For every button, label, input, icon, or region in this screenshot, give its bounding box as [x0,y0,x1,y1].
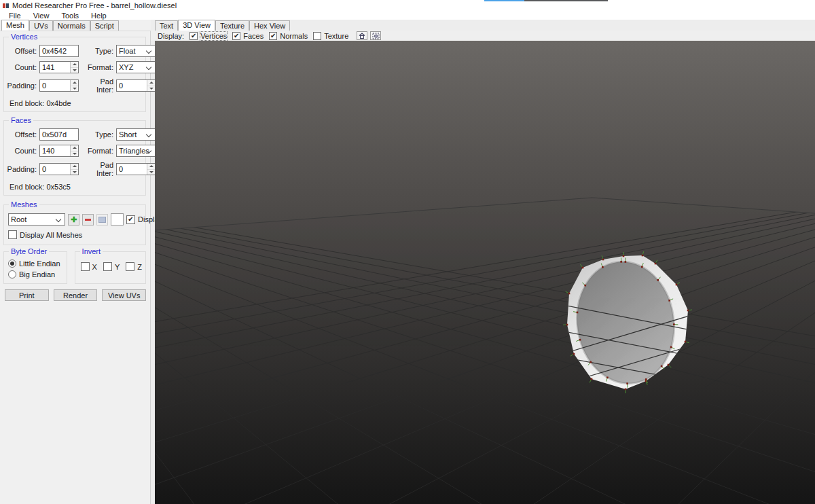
window-title: Model Researcher Pro Free - barrel_hollo… [12,1,177,10]
stepper-arrows[interactable] [70,62,78,73]
view-uvs-button[interactable]: View UVs [102,289,146,301]
titlebar: Model Researcher Pro Free - barrel_hollo… [0,0,815,11]
left-tab-group: Mesh UVs Normals Script [0,20,151,31]
faces-count-stepper[interactable]: 140 [39,145,79,157]
display-faces-label: Faces [243,32,264,40]
stepper-arrows[interactable] [70,145,78,156]
invert-x-label: X [92,263,97,271]
viewport-3d[interactable] [151,41,815,504]
tab-3d-view[interactable]: 3D View [178,20,215,31]
action-button-row: Print Render View UVs [5,289,146,301]
add-mesh-button[interactable]: ✚ [68,214,79,226]
vertices-end-block: End block: 0x4bde [7,98,156,107]
mesh-name-input[interactable] [111,213,124,226]
faces-format-label: Format: [82,147,113,155]
display-texture-label: Texture [324,32,348,40]
big-endian-label: Big Endian [19,270,55,278]
menu-file[interactable]: File [3,12,26,20]
vertices-format-select[interactable]: XYZ [116,61,156,73]
vertices-type-label: Type: [82,47,113,55]
menu-view[interactable]: View [28,12,55,20]
tab-script[interactable]: Script [90,20,119,31]
little-endian-radio[interactable]: Little Endian [8,259,63,268]
display-label: Display: [158,32,184,40]
display-faces-checkbox[interactable]: Faces [232,32,264,40]
render-button[interactable]: Render [54,289,98,301]
faces-end-block: End block: 0x53c5 [7,181,156,191]
tab-hex-view[interactable]: Hex View [249,20,290,31]
menubar: File View Tools Help [0,11,815,20]
viewport-canvas[interactable] [155,41,815,504]
vertices-pad-inter-stepper[interactable]: 0 [116,79,156,92]
faces-offset-input[interactable]: 0x507d [39,128,79,141]
tab-row: Mesh UVs Normals Script Text 3D View Tex… [0,20,815,31]
faces-padding-label: Padding: [7,165,37,173]
display-vertices-label: Vertices [200,32,227,40]
vertices-pad-inter-label: Pad Inter: [82,77,113,94]
faces-group: Faces Offset: 0x507d Type: Short Count: … [3,120,146,196]
display-all-meshes-checkbox[interactable]: Display All Meshes [8,230,82,239]
display-options-bar: Display: Vertices Faces Normals Texture [151,31,815,41]
faces-pad-inter-label: Pad Inter: [82,161,113,177]
vertices-padding-label: Padding: [7,82,37,90]
display-normals-label: Normals [280,32,308,40]
faces-type-label: Type: [82,130,113,139]
display-vertices-checkbox[interactable]: Vertices [189,32,227,40]
checkbox-box [232,32,240,40]
vertices-offset-input[interactable]: 0x4542 [39,45,79,57]
display-normals-checkbox[interactable]: Normals [269,32,308,40]
faces-padding-stepper[interactable]: 0 [39,163,79,175]
strip-blue-segment [484,0,524,1]
faces-count-label: Count: [7,147,37,155]
stepper-arrows[interactable] [70,80,78,91]
checkbox-box [269,32,277,40]
app-icon [3,3,9,8]
little-endian-label: Little Endian [19,259,60,268]
invert-y-checkbox[interactable]: Y [103,262,120,271]
reset-view-button[interactable] [357,31,367,40]
invert-y-label: Y [115,263,120,271]
checkbox-box [126,262,134,271]
radio-circle [8,259,16,268]
invert-z-label: Z [137,263,142,271]
invert-z-checkbox[interactable]: Z [126,262,142,271]
byte-order-group: Byte Order Little Endian Big Endian [3,251,67,284]
checkbox-box [126,215,135,224]
checkbox-box [8,230,17,239]
vertices-type-select[interactable]: Float [116,45,156,57]
rename-mesh-button[interactable] [96,214,108,226]
invert-title: Invert [80,247,103,255]
mesh-settings-panel: Vertices Offset: 0x4542 Type: Float Coun… [0,31,151,504]
home-icon [359,33,365,39]
right-tab-group: Text 3D View Texture Hex View [151,20,815,31]
tab-uvs[interactable]: UVs [29,20,53,31]
tab-normals[interactable]: Normals [53,20,90,31]
vertices-format-label: Format: [82,63,113,71]
menu-tools[interactable]: Tools [56,12,84,20]
remove-mesh-button[interactable] [82,214,94,226]
print-button[interactable]: Print [5,289,49,301]
tab-texture[interactable]: Texture [215,20,249,31]
checkbox-box [81,262,90,271]
checkbox-box [103,262,112,271]
faces-type-select[interactable]: Short [116,128,156,141]
checkbox-box [313,32,321,40]
vertices-offset-label: Offset: [7,47,37,55]
faces-offset-label: Offset: [7,130,37,139]
meshes-group: Meshes Root ✚ Display Display All Meshes [3,204,146,245]
faces-pad-inter-stepper[interactable]: 0 [116,163,156,175]
menu-help[interactable]: Help [86,12,112,20]
big-endian-radio[interactable]: Big Endian [8,270,63,278]
tab-text[interactable]: Text [155,20,178,31]
invert-x-checkbox[interactable]: X [81,262,97,271]
checkbox-box [189,32,198,40]
vertices-padding-stepper[interactable]: 0 [39,79,79,92]
mesh-select[interactable]: Root [8,213,65,226]
faces-format-select[interactable]: Triangles [116,145,156,157]
vertices-count-stepper[interactable]: 141 [39,61,79,73]
fit-view-button[interactable] [370,31,381,40]
display-texture-checkbox[interactable]: Texture [313,32,348,40]
vertices-group-title: Vertices [9,33,39,41]
stepper-arrows[interactable] [70,164,78,175]
tab-mesh[interactable]: Mesh [1,20,29,31]
